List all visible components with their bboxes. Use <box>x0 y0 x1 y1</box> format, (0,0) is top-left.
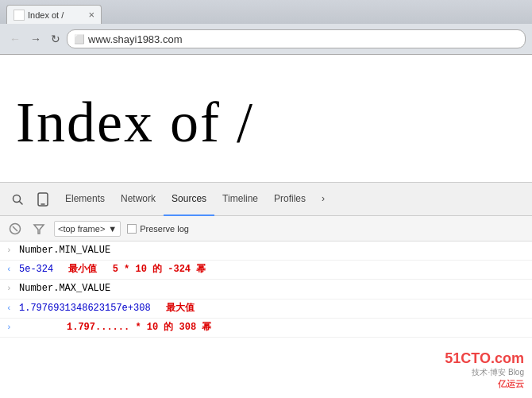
devtools-panel: Elements Network Sources Timeline Profil… <box>0 182 532 338</box>
back-button[interactable]: ← <box>6 30 24 48</box>
watermark-sub: 技术·博安 Blog <box>472 367 524 378</box>
result-arrow: ‹ <box>6 303 14 313</box>
browser-chrome: Index ot / × ← → ↻ ⬜ www.shayi1983.com <box>0 0 532 55</box>
frame-selector[interactable]: <top frame> ▼ <box>54 221 121 237</box>
preserve-log-checkbox[interactable] <box>127 224 137 234</box>
page-content: Index of / <box>0 55 532 182</box>
expand-arrow[interactable]: › <box>6 284 14 293</box>
tab-elements[interactable]: Elements <box>57 183 113 216</box>
console-output: › Number.MIN_VALUE ‹ 5e-324 最小值 5 * 10 的… <box>0 242 532 338</box>
console-result: 1.797...... * 10 的 308 幂 <box>19 320 526 335</box>
tab-title: Index ot / <box>28 10 83 20</box>
filter-button[interactable] <box>30 220 48 238</box>
tab-close-button[interactable]: × <box>88 10 94 20</box>
expand-arrow[interactable]: › <box>6 245 14 255</box>
svg-line-5 <box>13 226 17 231</box>
url-text: www.shayi1983.com <box>88 33 183 45</box>
tab-profiles[interactable]: Profiles <box>266 183 314 216</box>
console-row: ‹ 5e-324 最小值 5 * 10 的 -324 幂 <box>0 261 532 280</box>
console-row: › 1.797...... * 10 的 308 幂 <box>0 319 532 338</box>
page-title: Index of / <box>16 90 254 156</box>
watermark-logo: 51CTO.com <box>445 350 524 367</box>
console-row: ‹ 1.7976931348623157e+308 最大值 <box>0 299 532 319</box>
devtools-toolbar: Elements Network Sources Timeline Profil… <box>0 183 532 216</box>
tab-favicon <box>13 10 25 21</box>
console-row: › Number.MAX_VALUE <box>0 280 532 299</box>
watermark: 51CTO.com 技术·博安 Blog 亿运云 <box>445 350 524 390</box>
forward-button[interactable]: → <box>27 30 44 48</box>
console-result: 5e-324 最小值 5 * 10 的 -324 幂 <box>19 262 526 277</box>
console-expression: Number.MIN_VALUE <box>19 243 526 258</box>
console-row: › Number.MIN_VALUE <box>0 242 532 261</box>
tab-sources[interactable]: Sources <box>164 183 214 216</box>
svg-line-1 <box>20 201 23 204</box>
clear-console-button[interactable] <box>6 220 24 238</box>
address-bar: ← → ↻ ⬜ www.shayi1983.com <box>0 24 532 54</box>
console-toolbar: <top frame> ▼ Preserve log <box>0 216 532 242</box>
tab-network[interactable]: Network <box>113 183 164 216</box>
refresh-button[interactable]: ↻ <box>48 31 64 47</box>
tab-bar: Index ot / × <box>0 0 532 24</box>
browser-tab[interactable]: Index ot / × <box>6 5 102 24</box>
svg-marker-6 <box>34 225 44 234</box>
preserve-log-label: Preserve log <box>140 224 189 234</box>
page-icon: ⬜ <box>74 34 85 44</box>
dropdown-arrow: ▼ <box>108 224 117 234</box>
url-bar[interactable]: ⬜ www.shayi1983.com <box>67 29 526 48</box>
tab-more[interactable]: › <box>314 183 333 216</box>
result-arrow: ‹ <box>6 265 14 274</box>
console-expression: Number.MAX_VALUE <box>19 281 526 296</box>
preserve-log-option[interactable]: Preserve log <box>127 224 189 234</box>
mobile-icon[interactable] <box>32 188 54 211</box>
tab-timeline[interactable]: Timeline <box>214 183 266 216</box>
watermark-brand: 亿运云 <box>498 378 524 390</box>
result-arrow: › <box>6 323 14 332</box>
console-result: 1.7976931348623157e+308 最大值 <box>19 301 526 316</box>
search-icon[interactable] <box>6 188 29 211</box>
